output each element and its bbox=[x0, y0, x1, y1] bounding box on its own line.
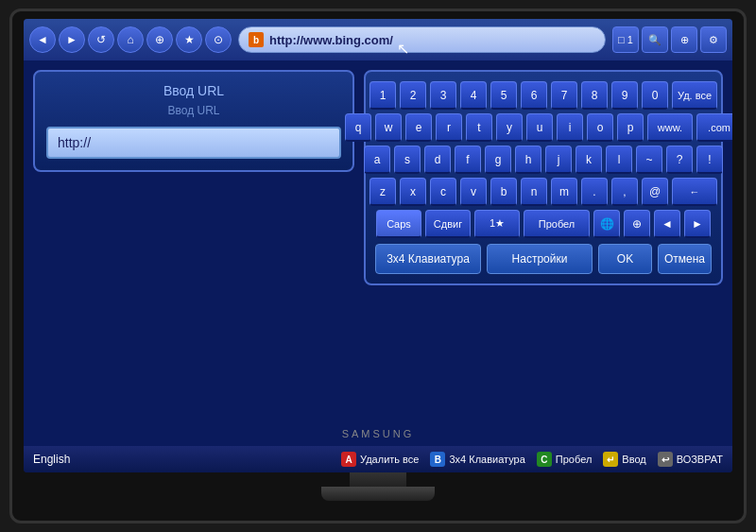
key-2[interactable]: 2 bbox=[400, 81, 426, 110]
key-5[interactable]: 5 bbox=[490, 81, 517, 110]
key-u[interactable]: u bbox=[526, 113, 553, 142]
key-3[interactable]: 3 bbox=[430, 81, 456, 110]
status-hints: A Удалить все B 3х4 Клавиатура C Пробел … bbox=[341, 452, 723, 467]
key-s[interactable]: s bbox=[394, 146, 421, 174]
key-at[interactable]: @ bbox=[642, 178, 668, 206]
panel-subtitle: Ввод URL bbox=[46, 104, 341, 117]
key-comma[interactable]: , bbox=[611, 178, 638, 206]
settings-action-button[interactable]: Настройки bbox=[487, 244, 593, 274]
key-f[interactable]: f bbox=[455, 146, 481, 174]
key-c[interactable]: c bbox=[430, 178, 456, 206]
tv-stand bbox=[321, 472, 435, 501]
key-n[interactable]: n bbox=[521, 178, 547, 206]
key-globe1[interactable]: 🌐 bbox=[593, 210, 620, 238]
key-right[interactable]: ► bbox=[684, 210, 711, 238]
key-l[interactable]: l bbox=[606, 146, 632, 174]
key-x[interactable]: x bbox=[400, 178, 426, 206]
key-b[interactable]: b bbox=[490, 178, 517, 206]
tv-screen: ◄ ► ↺ ⌂ ⊕ ★ ⊙ b http://www.bing.com/ □ 1… bbox=[24, 19, 732, 472]
keyboard-panel: 1 2 3 4 5 6 7 8 9 0 Уд. все q w e bbox=[364, 70, 723, 285]
url-bar[interactable]: b http://www.bing.com/ bbox=[238, 26, 606, 53]
key-0[interactable]: 0 bbox=[642, 81, 668, 110]
key-j[interactable]: j bbox=[545, 146, 572, 174]
url-input-field[interactable]: http:// bbox=[46, 127, 341, 159]
key-1[interactable]: 1 bbox=[369, 81, 396, 110]
stand-neck bbox=[350, 472, 406, 487]
settings-button[interactable]: ⚙ bbox=[700, 26, 727, 53]
action-row: 3х4 Клавиатура Настройки OK Отмена bbox=[375, 244, 712, 274]
hint-a-text: Удалить все bbox=[360, 454, 419, 465]
bing-icon: b bbox=[249, 32, 264, 47]
samsung-logo: SAMSUNG bbox=[342, 428, 415, 439]
key-6[interactable]: 6 bbox=[521, 81, 547, 110]
hint-back: ↩ ВОЗВРАТ bbox=[658, 452, 723, 467]
key-exclaim[interactable]: ! bbox=[696, 146, 723, 174]
key-w[interactable]: w bbox=[375, 113, 402, 142]
key-www[interactable]: www. bbox=[647, 113, 693, 142]
btn-a-icon: A bbox=[341, 452, 356, 467]
refresh-button[interactable]: ↺ bbox=[88, 26, 114, 53]
key-k[interactable]: k bbox=[576, 146, 602, 174]
key-row-5: Caps Сдвиг 1★ Пробел 🌐 ⊕ ◄ ► bbox=[375, 210, 712, 238]
cancel-button[interactable]: Отмена bbox=[658, 244, 712, 274]
status-bar: English A Удалить все B 3х4 Клавиатура C… bbox=[24, 446, 732, 472]
key-o[interactable]: o bbox=[587, 113, 613, 142]
key-space[interactable]: Пробел bbox=[524, 210, 590, 238]
key-a[interactable]: a bbox=[364, 146, 390, 174]
stand-base bbox=[321, 487, 435, 501]
keyboard-3x4-button[interactable]: 3х4 Клавиатура bbox=[375, 244, 481, 274]
url-input-value: http:// bbox=[58, 135, 91, 150]
back-button[interactable]: ◄ bbox=[29, 26, 56, 53]
key-row-3: a s d f g h j k l ~ ? ! bbox=[375, 146, 712, 174]
key-q[interactable]: q bbox=[345, 113, 371, 142]
key-d[interactable]: d bbox=[424, 146, 451, 174]
bookmark-button[interactable]: ★ bbox=[176, 26, 202, 53]
key-question[interactable]: ? bbox=[666, 146, 693, 174]
key-r[interactable]: r bbox=[436, 113, 462, 142]
key-com[interactable]: .com bbox=[696, 113, 732, 142]
hint-a: A Удалить все bbox=[341, 452, 419, 467]
key-z[interactable]: z bbox=[369, 178, 396, 206]
key-g[interactable]: g bbox=[485, 146, 511, 174]
btn-d-icon: ↵ bbox=[603, 452, 618, 467]
share-button[interactable]: ⊕ bbox=[671, 26, 697, 53]
key-left[interactable]: ◄ bbox=[654, 210, 680, 238]
key-p[interactable]: p bbox=[617, 113, 644, 142]
key-h[interactable]: h bbox=[515, 146, 541, 174]
ok-button[interactable]: OK bbox=[598, 244, 652, 274]
key-caps[interactable]: Caps bbox=[376, 210, 421, 238]
forward-button[interactable]: ► bbox=[59, 26, 85, 53]
key-i[interactable]: i bbox=[557, 113, 583, 142]
panel-title: Ввод URL bbox=[46, 83, 341, 98]
window-button[interactable]: □ 1 bbox=[612, 26, 639, 53]
key-globe2[interactable]: ⊕ bbox=[624, 210, 650, 238]
key-row-4: z x c v b n m . , @ ← bbox=[375, 178, 712, 206]
right-buttons: □ 1 🔍 ⊕ ⚙ bbox=[612, 26, 727, 53]
key-shift[interactable]: Сдвиг bbox=[425, 210, 471, 238]
key-7[interactable]: 7 bbox=[551, 81, 577, 110]
key-4[interactable]: 4 bbox=[460, 81, 487, 110]
key-8[interactable]: 8 bbox=[581, 81, 608, 110]
history-button[interactable]: ⊙ bbox=[205, 26, 232, 53]
key-9[interactable]: 9 bbox=[611, 81, 638, 110]
key-m[interactable]: m bbox=[551, 178, 577, 206]
key-backspace[interactable]: ← bbox=[672, 178, 717, 206]
key-period[interactable]: . bbox=[581, 178, 608, 206]
home-button[interactable]: ⌂ bbox=[117, 26, 144, 53]
url-input-panel: Ввод URL Ввод URL http:// bbox=[33, 70, 354, 172]
btn-c-icon: C bbox=[537, 452, 552, 467]
mouse-cursor: ↖ bbox=[397, 40, 408, 55]
key-y[interactable]: y bbox=[496, 113, 523, 142]
key-delete-all[interactable]: Уд. все bbox=[672, 81, 717, 110]
key-t[interactable]: t bbox=[466, 113, 492, 142]
key-tilde[interactable]: ~ bbox=[636, 146, 662, 174]
tv-frame: ◄ ► ↺ ⌂ ⊕ ★ ⊙ b http://www.bing.com/ □ 1… bbox=[9, 9, 747, 523]
hint-d: ↵ Ввод bbox=[603, 452, 645, 467]
key-v[interactable]: v bbox=[460, 178, 487, 206]
key-num-star[interactable]: 1★ bbox=[474, 210, 520, 238]
btn-back-icon: ↩ bbox=[658, 452, 673, 467]
hint-back-text: ВОЗВРАТ bbox=[677, 454, 723, 465]
zoom-button[interactable]: ⊕ bbox=[146, 26, 173, 53]
search-button[interactable]: 🔍 bbox=[642, 26, 668, 53]
key-e[interactable]: e bbox=[405, 113, 432, 142]
